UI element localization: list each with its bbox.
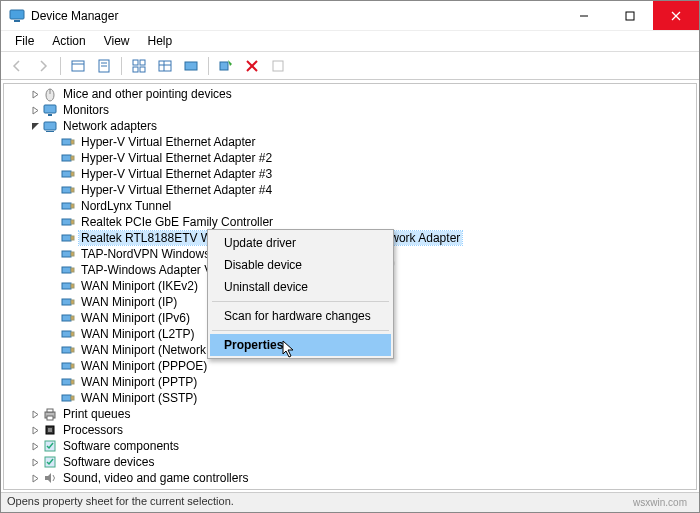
svg-rect-48 [71, 284, 74, 288]
category-row[interactable]: Software devices [4, 454, 696, 470]
category-row[interactable]: Processors [4, 422, 696, 438]
menu-file[interactable]: File [7, 32, 42, 50]
scan-hardware-button[interactable] [214, 55, 238, 77]
tree-item-label: Hyper-V Virtual Ethernet Adapter #3 [79, 167, 274, 181]
expander-empty [46, 167, 60, 181]
network-icon [42, 118, 58, 134]
tree-item-label: Software devices [61, 455, 156, 469]
tree-item-label: TAP-Windows Adapter V [79, 263, 214, 277]
expand-icon[interactable] [28, 423, 42, 437]
category-row[interactable]: Monitors [4, 102, 696, 118]
menu-help[interactable]: Help [140, 32, 181, 50]
svg-rect-56 [71, 348, 74, 352]
properties-button[interactable] [92, 55, 116, 77]
maximize-button[interactable] [607, 1, 653, 30]
back-button[interactable] [5, 55, 29, 77]
device-row[interactable]: Hyper-V Virtual Ethernet Adapter [4, 134, 696, 150]
network-adapter-icon [60, 310, 76, 326]
svg-rect-36 [71, 188, 74, 192]
context-menu-separator [212, 330, 389, 331]
category-row[interactable]: Storage controllers [4, 486, 696, 490]
tree-item-label: Sound, video and game controllers [61, 471, 250, 485]
view-details-button[interactable] [153, 55, 177, 77]
view-small-button[interactable] [127, 55, 151, 77]
expand-icon[interactable] [28, 439, 42, 453]
collapse-icon[interactable] [28, 119, 42, 133]
tree-item-label: NordLynx Tunnel [79, 199, 173, 213]
svg-rect-29 [62, 139, 71, 145]
context-menu-item[interactable]: Disable device [210, 254, 391, 276]
category-network-adapters[interactable]: Network adapters [4, 118, 696, 134]
show-hidden-button[interactable] [66, 55, 90, 77]
tree-item-label: TAP-NordVPN Windows [79, 247, 212, 261]
network-adapter-icon [60, 342, 76, 358]
network-adapter-icon [60, 246, 76, 262]
expand-icon[interactable] [28, 471, 42, 485]
svg-rect-18 [185, 62, 197, 70]
category-row[interactable]: Print queues [4, 406, 696, 422]
context-menu-item[interactable]: Update driver [210, 232, 391, 254]
svg-rect-14 [140, 67, 145, 72]
view-resources-button[interactable] [179, 55, 203, 77]
svg-rect-11 [133, 60, 138, 65]
tree-item-label: WAN Miniport (SSTP) [79, 391, 199, 405]
remove-button[interactable] [266, 55, 290, 77]
device-row[interactable]: Hyper-V Virtual Ethernet Adapter #2 [4, 150, 696, 166]
expander-empty [46, 359, 60, 373]
category-row[interactable]: Mice and other pointing devices [4, 86, 696, 102]
minimize-button[interactable] [561, 1, 607, 30]
device-row[interactable]: NordLynx Tunnel [4, 198, 696, 214]
expand-icon[interactable] [28, 87, 42, 101]
expander-empty [46, 231, 60, 245]
tree-item-label: Hyper-V Virtual Ethernet Adapter [79, 135, 258, 149]
device-row[interactable]: Realtek PCIe GbE Family Controller [4, 214, 696, 230]
device-row[interactable]: WAN Miniport (SSTP) [4, 390, 696, 406]
category-row[interactable]: Sound, video and game controllers [4, 470, 696, 486]
context-menu-item[interactable]: Scan for hardware changes [210, 305, 391, 327]
expand-icon[interactable] [28, 455, 42, 469]
context-menu-item[interactable]: Uninstall device [210, 276, 391, 298]
svg-rect-59 [62, 379, 71, 385]
svg-rect-12 [140, 60, 145, 65]
device-row[interactable]: WAN Miniport (PPTP) [4, 374, 696, 390]
menubar: File Action View Help [1, 31, 699, 52]
expand-icon[interactable] [28, 407, 42, 421]
svg-rect-40 [71, 220, 74, 224]
software-icon [42, 438, 58, 454]
device-row[interactable]: Hyper-V Virtual Ethernet Adapter #3 [4, 166, 696, 182]
uninstall-device-button[interactable] [240, 55, 264, 77]
network-adapter-icon [60, 294, 76, 310]
svg-rect-61 [62, 395, 71, 401]
menu-view[interactable]: View [96, 32, 138, 50]
titlebar: Device Manager [1, 1, 699, 31]
network-adapter-icon [60, 198, 76, 214]
svg-rect-41 [62, 235, 71, 241]
svg-rect-62 [71, 396, 74, 400]
expander-empty [46, 375, 60, 389]
device-row[interactable]: WAN Miniport (PPPOE) [4, 358, 696, 374]
expander-empty [46, 263, 60, 277]
close-button[interactable] [653, 1, 699, 30]
context-menu-separator [212, 301, 389, 302]
device-row[interactable]: Hyper-V Virtual Ethernet Adapter #4 [4, 182, 696, 198]
svg-rect-28 [46, 131, 54, 132]
context-menu-item[interactable]: Properties [210, 334, 391, 356]
expand-icon[interactable] [28, 103, 42, 117]
category-row[interactable]: Software components [4, 438, 696, 454]
menu-action[interactable]: Action [44, 32, 93, 50]
expand-icon[interactable] [28, 487, 42, 490]
toolbar-separator [121, 57, 122, 75]
svg-rect-25 [44, 105, 56, 113]
svg-rect-15 [159, 61, 171, 71]
window-buttons [561, 1, 699, 30]
svg-rect-30 [71, 140, 74, 144]
svg-rect-64 [47, 409, 53, 412]
toolbar [1, 52, 699, 80]
svg-rect-32 [71, 156, 74, 160]
forward-button[interactable] [31, 55, 55, 77]
expander-empty [46, 215, 60, 229]
svg-rect-60 [71, 380, 74, 384]
svg-rect-67 [48, 428, 52, 432]
svg-rect-46 [71, 268, 74, 272]
tree-item-label: Hyper-V Virtual Ethernet Adapter #4 [79, 183, 274, 197]
